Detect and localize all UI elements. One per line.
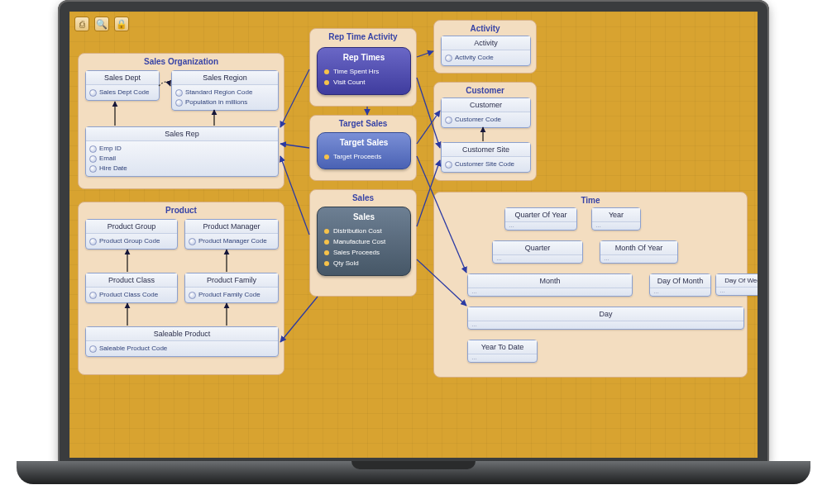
fact-header: Sales [324, 212, 404, 221]
svg-line-8 [417, 51, 433, 57]
entity-header: Product Family [185, 273, 278, 288]
entity-product-manager[interactable]: Product Manager Product Manager Code [184, 219, 279, 250]
attr: Distribution Cost [324, 226, 404, 236]
entity-header: Day Of Week [716, 274, 758, 288]
entity-header: Day [468, 307, 743, 321]
svg-line-10 [280, 144, 309, 148]
entity-sales-dept[interactable]: Sales Dept Sales Dept Code [85, 70, 160, 101]
fact-sales[interactable]: Sales Distribution Cost Manufacture Cost… [317, 207, 411, 276]
entity-month-of-year[interactable]: Month Of Year… [600, 240, 678, 264]
fact-target-sales[interactable]: Target Sales Target Proceeds [317, 132, 411, 169]
svg-line-13 [280, 156, 309, 235]
attr: Product Group Code [89, 236, 174, 246]
diagram-canvas[interactable]: ⎙ 🔍 🔒 Sales Organization Sales Dept Sale… [69, 12, 758, 458]
attr: Standard Region Code [175, 88, 275, 97]
group-title: Activity [434, 24, 536, 33]
entity-sales-region[interactable]: Sales Region Standard Region Code Popula… [171, 70, 279, 111]
attr: Saleable Product Code [89, 344, 275, 354]
entity-customer[interactable]: Customer Customer Code [441, 97, 531, 128]
attr: Sales Proceeds [324, 247, 404, 258]
entity-header: Month [468, 274, 632, 288]
zoom-icon[interactable]: 🔍 [94, 17, 109, 31]
entity-day-of-week[interactable]: Day Of Week… [715, 273, 758, 296]
group-time[interactable]: Time Quarter Of Year… Year… Quarter… Mon… [433, 192, 748, 378]
laptop-bezel: ⎙ 🔍 🔒 Sales Organization Sales Dept Sale… [58, 0, 769, 463]
group-title: Sales Organization [79, 57, 284, 66]
attr: Product Class Code [89, 290, 174, 300]
entity-header: Customer [442, 98, 530, 112]
entity-year-to-date[interactable]: Year To Date… [467, 340, 538, 363]
entity-header: Sales Rep [86, 127, 278, 141]
entity-header: Product Group [86, 220, 177, 234]
entity-product-family[interactable]: Product Family Product Family Code [184, 273, 279, 303]
svg-line-7 [280, 69, 309, 127]
group-product[interactable]: Product Product Group Product Group Code… [78, 202, 284, 375]
entity-day-of-month[interactable]: Day Of Month… [649, 273, 711, 297]
entity-header: Product Manager [185, 220, 278, 234]
fact-header: Target Sales [324, 138, 404, 147]
group-activity[interactable]: Activity Activity Activity Code [433, 20, 537, 74]
group-title: Product [79, 206, 284, 215]
attr: Product Manager Code [189, 236, 275, 246]
attr: Customer Site Code [445, 159, 527, 169]
entity-header: Quarter [493, 241, 582, 255]
group-title: Target Sales [310, 119, 416, 128]
attr: Activity Code [445, 53, 527, 63]
entity-header: Year [592, 208, 640, 222]
group-title: Rep Time Activity [310, 32, 416, 41]
entity-header: Day Of Month [650, 274, 710, 288]
entity-activity[interactable]: Activity Activity Code [441, 36, 531, 66]
attr: Manufacture Cost [324, 236, 404, 247]
group-sales-organization[interactable]: Sales Organization Sales Dept Sales Dept… [78, 53, 284, 189]
entity-customer-site[interactable]: Customer Site Customer Site Code [441, 142, 531, 173]
attr: Customer Code [445, 115, 527, 125]
entity-header: Customer Site [442, 143, 530, 157]
toolbar: ⎙ 🔍 🔒 [74, 17, 129, 31]
attr: Visit Count [324, 77, 404, 88]
group-title: Sales [310, 193, 416, 202]
entity-header: Sales Region [172, 71, 278, 85]
group-sales[interactable]: Sales Sales Distribution Cost Manufactur… [309, 189, 417, 297]
lock-icon[interactable]: 🔒 [114, 17, 129, 31]
group-title: Customer [434, 86, 536, 95]
attr: Emp ID [89, 144, 275, 154]
entity-month[interactable]: Month… [467, 273, 633, 297]
attr: Hire Date [89, 164, 275, 174]
group-rep-time-activity[interactable]: Rep Time Activity Rep Times Time Spent H… [309, 28, 417, 107]
entity-header: Product Class [86, 273, 177, 288]
svg-line-14 [280, 297, 318, 342]
entity-header: Year To Date [468, 340, 537, 354]
attr: Target Proceeds [324, 151, 404, 162]
entity-header: Saleable Product [86, 327, 278, 341]
entity-day[interactable]: Day… [467, 307, 744, 330]
fact-rep-times[interactable]: Rep Times Time Spent Hrs Visit Count [317, 47, 411, 95]
fact-header: Rep Times [324, 53, 404, 62]
entity-year[interactable]: Year… [591, 207, 641, 231]
group-customer[interactable]: Customer Customer Customer Code Customer… [433, 82, 537, 181]
entity-header: Month Of Year [600, 241, 677, 255]
attr: Time Spent Hrs [324, 66, 404, 77]
attr: Sales Dept Code [89, 88, 155, 97]
entity-product-group[interactable]: Product Group Product Group Code [85, 219, 178, 250]
group-title: Time [434, 196, 747, 205]
attr: Product Family Code [189, 290, 275, 300]
entity-saleable-product[interactable]: Saleable Product Saleable Product Code [85, 326, 279, 357]
laptop-notch [351, 461, 476, 469]
attr: Qty Sold [324, 258, 404, 269]
entity-sales-rep[interactable]: Sales Rep Emp ID Email Hire Date [85, 126, 279, 177]
entity-header: Sales Dept [86, 71, 159, 85]
group-target-sales[interactable]: Target Sales Target Sales Target Proceed… [309, 115, 417, 181]
print-icon[interactable]: ⎙ [74, 17, 89, 31]
entity-quarter[interactable]: Quarter… [492, 240, 583, 264]
attr: Population in millions [175, 97, 275, 107]
entity-product-class[interactable]: Product Class Product Class Code [85, 273, 178, 303]
entity-header: Activity [442, 36, 530, 50]
entity-quarter-of-year[interactable]: Quarter Of Year… [504, 207, 577, 231]
attr: Email [89, 154, 275, 164]
entity-header: Quarter Of Year [505, 208, 576, 222]
